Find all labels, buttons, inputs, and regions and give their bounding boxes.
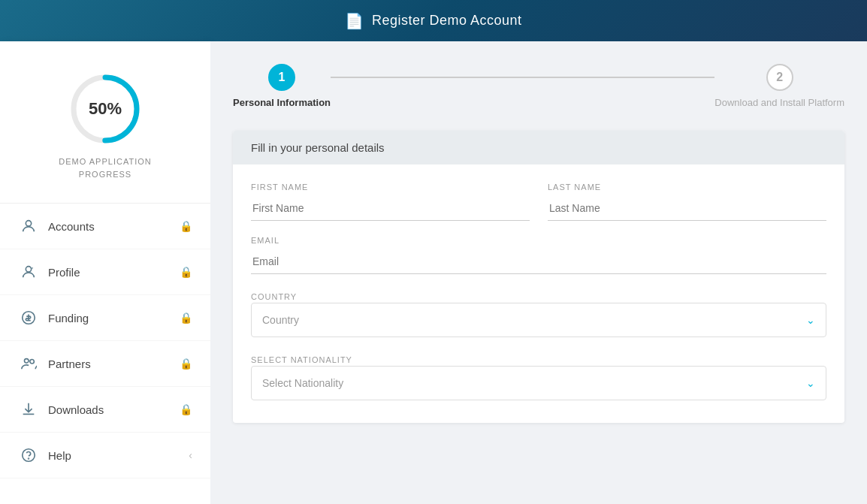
- step-2-label: Download and Install Platform: [714, 97, 844, 108]
- downloads-icon: [18, 399, 39, 420]
- country-select-wrapper: Country ⌄: [251, 303, 826, 337]
- nationality-select[interactable]: Select Nationality: [252, 367, 826, 400]
- progress-description: DEMO APPLICATION PROGRESS: [59, 155, 151, 180]
- sidebar-item-help[interactable]: Help ‹: [0, 433, 210, 478]
- main-layout: 50% DEMO APPLICATION PROGRESS Accounts 🔒: [0, 41, 867, 504]
- form-card-body: FIRST NAME LAST NAME EMAIL: [233, 164, 844, 423]
- form-card: Fill in your personal details FIRST NAME…: [233, 131, 844, 423]
- name-row: FIRST NAME LAST NAME: [251, 183, 826, 221]
- first-name-group: FIRST NAME: [251, 183, 530, 221]
- sidebar-nav: Accounts 🔒 Profile 🔒: [0, 204, 210, 504]
- stepper: 1 Personal Information 2 Download and In…: [233, 64, 844, 108]
- first-name-input[interactable]: [251, 196, 530, 221]
- accounts-icon: [18, 216, 39, 237]
- step-2: 2 Download and Install Platform: [714, 64, 844, 108]
- step-1-label: Personal Information: [233, 97, 331, 108]
- help-chevron-icon: ‹: [189, 449, 192, 461]
- sidebar: 50% DEMO APPLICATION PROGRESS Accounts 🔒: [0, 41, 210, 504]
- accounts-lock-icon: 🔒: [180, 220, 192, 232]
- profile-icon: [18, 261, 39, 282]
- email-input[interactable]: [251, 249, 826, 274]
- svg-point-2: [26, 221, 31, 226]
- nationality-group: SELECT NATIONALITY Select Nationality ⌄: [251, 352, 826, 400]
- country-group: COUNTRY Country ⌄: [251, 289, 826, 337]
- last-name-input[interactable]: [548, 196, 826, 221]
- progress-section: 50% DEMO APPLICATION PROGRESS: [0, 56, 210, 204]
- downloads-label: Downloads: [48, 403, 180, 416]
- page-title: Register Demo Account: [372, 13, 522, 29]
- sidebar-item-profile[interactable]: Profile 🔒: [0, 249, 210, 295]
- sidebar-item-accounts[interactable]: Accounts 🔒: [0, 204, 210, 249]
- nationality-label: SELECT NATIONALITY: [251, 355, 352, 364]
- email-row: EMAIL: [251, 236, 826, 274]
- step-1-circle: 1: [268, 64, 295, 91]
- svg-point-5: [25, 359, 29, 364]
- svg-point-6: [30, 360, 35, 364]
- country-label: COUNTRY: [251, 292, 297, 301]
- partners-lock-icon: 🔒: [180, 358, 192, 370]
- step-2-circle: 2: [766, 64, 793, 91]
- last-name-label: LAST NAME: [548, 183, 826, 192]
- progress-circle: 50%: [68, 71, 143, 146]
- step-1: 1 Personal Information: [233, 64, 331, 108]
- partners-label: Partners: [48, 358, 180, 370]
- help-icon: [18, 445, 39, 466]
- funding-label: Funding: [48, 312, 180, 324]
- partners-icon: [18, 353, 39, 374]
- svg-point-3: [26, 267, 31, 272]
- main-content: 1 Personal Information 2 Download and In…: [210, 41, 867, 504]
- page-header: 📄 Register Demo Account: [0, 0, 867, 41]
- nationality-select-wrapper: Select Nationality ⌄: [251, 366, 826, 400]
- svg-point-8: [29, 458, 29, 459]
- sidebar-item-partners[interactable]: Partners 🔒: [0, 341, 210, 387]
- first-name-label: FIRST NAME: [251, 183, 530, 192]
- form-card-header: Fill in your personal details: [233, 131, 844, 164]
- profile-label: Profile: [48, 266, 180, 279]
- sidebar-item-downloads[interactable]: Downloads 🔒: [0, 387, 210, 433]
- downloads-lock-icon: 🔒: [180, 403, 192, 415]
- header-icon: 📄: [345, 12, 364, 30]
- last-name-group: LAST NAME: [548, 183, 826, 221]
- accounts-label: Accounts: [48, 220, 180, 233]
- sidebar-item-funding[interactable]: Funding 🔒: [0, 295, 210, 341]
- profile-lock-icon: 🔒: [180, 266, 192, 278]
- funding-lock-icon: 🔒: [180, 312, 192, 324]
- email-group: EMAIL: [251, 236, 826, 274]
- progress-percent: 50%: [89, 99, 122, 119]
- help-label: Help: [48, 449, 189, 462]
- email-label: EMAIL: [251, 236, 826, 245]
- step-connector: [331, 77, 714, 78]
- country-select[interactable]: Country: [252, 303, 826, 337]
- funding-icon: [18, 307, 39, 328]
